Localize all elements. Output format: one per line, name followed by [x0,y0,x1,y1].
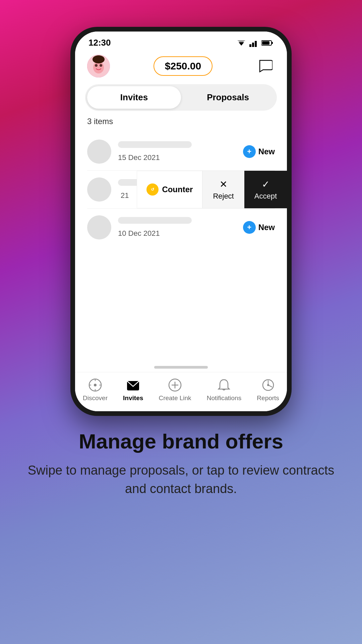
avatar-image [87,55,110,77]
svg-point-10 [95,64,98,67]
new-badge-text-3: New [258,223,275,232]
status-icons [236,39,274,47]
svg-rect-6 [272,42,273,44]
item-name-bar-2 [118,179,137,186]
tab-proposals[interactable]: Proposals [181,86,275,109]
new-badge-text-1: New [258,147,275,156]
swipe-actions: ↺ Counter ✕ Reject ✓ Accept [137,171,287,208]
signal-icon [249,39,259,47]
status-bar: 12:30 [75,32,287,51]
counter-icon: ↺ [146,183,159,196]
balance-badge[interactable]: $250.00 [154,56,213,76]
reports-icon [261,378,276,392]
discover-icon [88,378,103,392]
notifications-icon [217,378,231,392]
svg-point-12 [93,55,105,63]
phone-wrapper: 12:30 [70,27,292,416]
item-avatar-1 [87,140,111,164]
nav-reports[interactable]: Reports [257,378,279,402]
content-spacer [75,246,287,366]
reject-action[interactable]: ✕ Reject [202,171,244,208]
reject-icon: ✕ [220,179,227,190]
bottom-nav: Discover Invites [75,372,287,411]
item-name-bar-3 [118,217,192,224]
new-badge-icon-1: + [243,145,256,158]
nav-create-link-label: Create Link [159,394,191,402]
create-link-icon [168,378,182,392]
nav-notifications[interactable]: Notifications [207,378,242,402]
phone-screen: 12:30 [75,32,287,411]
nav-invites-label: Invites [123,394,143,402]
accept-icon: ✓ [262,179,269,190]
tab-invites[interactable]: Invites [87,86,181,109]
avatar[interactable] [87,55,110,77]
svg-marker-1 [237,40,245,44]
nav-create-link[interactable]: Create Link [159,378,191,402]
svg-rect-3 [252,43,254,47]
swipe-content-2[interactable]: 21 [75,171,137,208]
svg-text:↺: ↺ [151,187,154,192]
counter-action[interactable]: ↺ Counter [137,171,202,208]
nav-discover[interactable]: Discover [83,378,108,402]
new-badge-icon-3: + [243,221,256,234]
item-date-1: 15 Dec 2021 [118,153,243,162]
accept-action[interactable]: ✓ Accept [244,171,287,208]
item-name-bar-1 [118,141,192,148]
nav-reports-label: Reports [257,394,279,402]
svg-point-11 [100,64,102,67]
promo-subtext: Swipe to manage proposals, or tap to rev… [20,461,342,498]
invites-icon [126,378,140,392]
promo-heading: Manage brand offers [20,429,342,453]
svg-rect-7 [262,41,269,45]
battery-icon [261,40,274,46]
status-time: 12:30 [88,38,111,48]
counter-label: Counter [162,185,193,194]
nav-discover-label: Discover [83,394,108,402]
svg-point-26 [267,384,269,386]
message-button[interactable] [256,57,275,75]
item-date-2: 21 [121,191,137,200]
new-badge-3: + New [243,221,275,234]
items-count: 3 items [75,117,287,133]
item-date-3: 10 Dec 2021 [118,229,243,238]
reject-label: Reject [213,192,234,201]
invite-item-1[interactable]: 15 Dec 2021 + New [75,133,287,170]
svg-point-16 [94,384,97,386]
promo-section: Manage brand offers Swipe to manage prop… [0,429,362,498]
swipe-row-2: 21 ↺ Counter [75,171,287,208]
invite-item-3[interactable]: 10 Dec 2021 + New [75,209,287,246]
svg-rect-4 [255,41,257,47]
phone-shell: 12:30 [70,27,292,416]
nav-notifications-label: Notifications [207,394,242,402]
item-info-2: 21 [118,179,137,200]
item-info-3: 10 Dec 2021 [118,217,243,238]
wifi-icon [236,39,247,47]
home-indicator [154,366,208,369]
nav-invites[interactable]: Invites [123,378,143,402]
new-badge-1: + New [243,145,275,158]
item-avatar-3 [87,215,111,239]
item-info-1: 15 Dec 2021 [118,141,243,162]
header: $250.00 [75,51,287,84]
item-avatar-2 [87,177,111,202]
tabs-container: Invites Proposals [85,84,277,111]
accept-label: Accept [254,192,277,201]
svg-rect-2 [249,44,251,47]
